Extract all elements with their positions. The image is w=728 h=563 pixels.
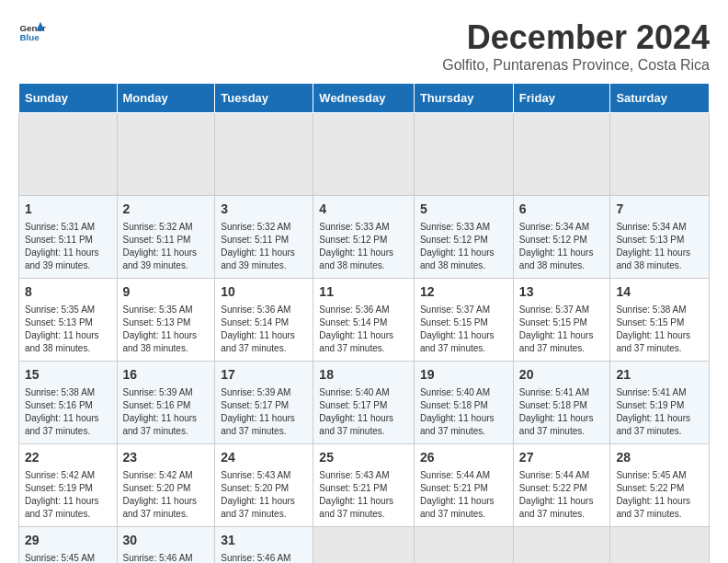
day-info: Sunrise: 5:31 AM Sunset: 5:11 PM Dayligh… xyxy=(25,221,111,272)
calendar-cell: 2Sunrise: 5:32 AM Sunset: 5:11 PM Daylig… xyxy=(117,196,215,279)
day-number: 9 xyxy=(123,283,210,302)
calendar-cell: 23Sunrise: 5:42 AM Sunset: 5:20 PM Dayli… xyxy=(117,444,215,527)
calendar-cell xyxy=(414,113,513,196)
day-info: Sunrise: 5:41 AM Sunset: 5:19 PM Dayligh… xyxy=(616,386,703,438)
calendar-cell xyxy=(19,113,118,196)
day-info: Sunrise: 5:46 AM Sunset: 5:23 PM Dayligh… xyxy=(123,552,210,563)
calendar-cell: 12Sunrise: 5:37 AM Sunset: 5:15 PM Dayli… xyxy=(414,279,513,362)
calendar-week-4: 22Sunrise: 5:42 AM Sunset: 5:19 PM Dayli… xyxy=(19,444,710,527)
day-info: Sunrise: 5:35 AM Sunset: 5:13 PM Dayligh… xyxy=(123,304,210,355)
calendar-cell: 30Sunrise: 5:46 AM Sunset: 5:23 PM Dayli… xyxy=(117,527,215,564)
day-info: Sunrise: 5:37 AM Sunset: 5:15 PM Dayligh… xyxy=(519,304,605,355)
day-number: 30 xyxy=(123,532,210,550)
calendar-cell: 14Sunrise: 5:38 AM Sunset: 5:15 PM Dayli… xyxy=(610,279,710,362)
day-number: 4 xyxy=(319,201,408,219)
col-sunday: Sunday xyxy=(19,84,118,113)
day-info: Sunrise: 5:43 AM Sunset: 5:21 PM Dayligh… xyxy=(319,469,408,521)
day-number: 22 xyxy=(25,449,111,467)
day-info: Sunrise: 5:43 AM Sunset: 5:20 PM Dayligh… xyxy=(221,469,307,521)
col-tuesday: Tuesday xyxy=(215,84,313,113)
calendar-cell: 26Sunrise: 5:44 AM Sunset: 5:21 PM Dayli… xyxy=(414,444,513,527)
day-info: Sunrise: 5:40 AM Sunset: 5:18 PM Dayligh… xyxy=(420,386,507,438)
day-number: 8 xyxy=(25,283,111,302)
day-number: 15 xyxy=(25,366,111,385)
calendar-week-1: 1Sunrise: 5:31 AM Sunset: 5:11 PM Daylig… xyxy=(19,196,710,279)
calendar-cell: 1Sunrise: 5:31 AM Sunset: 5:11 PM Daylig… xyxy=(19,196,118,279)
day-info: Sunrise: 5:39 AM Sunset: 5:16 PM Dayligh… xyxy=(123,386,210,438)
calendar-cell: 31Sunrise: 5:46 AM Sunset: 5:24 PM Dayli… xyxy=(215,527,313,564)
calendar-cell xyxy=(215,113,313,196)
calendar-cell: 19Sunrise: 5:40 AM Sunset: 5:18 PM Dayli… xyxy=(414,362,513,444)
day-number: 10 xyxy=(221,283,307,302)
calendar-cell: 27Sunrise: 5:44 AM Sunset: 5:22 PM Dayli… xyxy=(513,444,610,527)
calendar-cell: 3Sunrise: 5:32 AM Sunset: 5:11 PM Daylig… xyxy=(215,196,313,279)
day-info: Sunrise: 5:35 AM Sunset: 5:13 PM Dayligh… xyxy=(25,304,111,355)
day-info: Sunrise: 5:39 AM Sunset: 5:17 PM Dayligh… xyxy=(221,386,307,438)
day-info: Sunrise: 5:42 AM Sunset: 5:20 PM Dayligh… xyxy=(123,469,210,521)
day-number: 7 xyxy=(616,201,703,219)
svg-text:Blue: Blue xyxy=(20,32,40,42)
day-info: Sunrise: 5:45 AM Sunset: 5:22 PM Dayligh… xyxy=(616,469,703,521)
day-info: Sunrise: 5:33 AM Sunset: 5:12 PM Dayligh… xyxy=(319,221,408,272)
day-number: 14 xyxy=(616,283,703,302)
day-info: Sunrise: 5:41 AM Sunset: 5:18 PM Dayligh… xyxy=(519,386,605,438)
day-info: Sunrise: 5:36 AM Sunset: 5:14 PM Dayligh… xyxy=(221,304,307,355)
day-number: 11 xyxy=(319,283,408,302)
day-number: 29 xyxy=(25,532,111,550)
day-number: 21 xyxy=(616,366,703,385)
calendar-cell: 5Sunrise: 5:33 AM Sunset: 5:12 PM Daylig… xyxy=(414,196,513,279)
day-number: 3 xyxy=(221,201,307,219)
calendar-cell: 6Sunrise: 5:34 AM Sunset: 5:12 PM Daylig… xyxy=(513,196,610,279)
calendar-cell: 25Sunrise: 5:43 AM Sunset: 5:21 PM Dayli… xyxy=(313,444,415,527)
calendar-table: Sunday Monday Tuesday Wednesday Thursday… xyxy=(18,83,710,563)
day-info: Sunrise: 5:42 AM Sunset: 5:19 PM Dayligh… xyxy=(25,469,111,521)
day-info: Sunrise: 5:44 AM Sunset: 5:21 PM Dayligh… xyxy=(420,469,507,521)
day-info: Sunrise: 5:38 AM Sunset: 5:15 PM Dayligh… xyxy=(616,304,703,355)
day-number: 17 xyxy=(221,366,307,385)
day-number: 1 xyxy=(25,201,111,219)
location-title: Golfito, Puntarenas Province, Costa Rica xyxy=(442,57,710,74)
calendar-cell xyxy=(313,113,415,196)
calendar-cell: 10Sunrise: 5:36 AM Sunset: 5:14 PM Dayli… xyxy=(215,279,313,362)
day-number: 24 xyxy=(221,449,307,467)
day-info: Sunrise: 5:32 AM Sunset: 5:11 PM Dayligh… xyxy=(221,221,307,272)
day-number: 19 xyxy=(420,366,507,385)
calendar-cell: 16Sunrise: 5:39 AM Sunset: 5:16 PM Dayli… xyxy=(117,362,215,444)
calendar-cell: 22Sunrise: 5:42 AM Sunset: 5:19 PM Dayli… xyxy=(19,444,118,527)
calendar-week-3: 15Sunrise: 5:38 AM Sunset: 5:16 PM Dayli… xyxy=(19,362,710,444)
day-info: Sunrise: 5:40 AM Sunset: 5:17 PM Dayligh… xyxy=(319,386,408,438)
calendar-cell xyxy=(414,527,513,564)
calendar-cell: 17Sunrise: 5:39 AM Sunset: 5:17 PM Dayli… xyxy=(215,362,313,444)
col-saturday: Saturday xyxy=(610,84,710,113)
calendar-cell: 11Sunrise: 5:36 AM Sunset: 5:14 PM Dayli… xyxy=(313,279,415,362)
col-monday: Monday xyxy=(117,84,215,113)
calendar-cell: 24Sunrise: 5:43 AM Sunset: 5:20 PM Dayli… xyxy=(215,444,313,527)
calendar-cell: 20Sunrise: 5:41 AM Sunset: 5:18 PM Dayli… xyxy=(513,362,610,444)
day-info: Sunrise: 5:46 AM Sunset: 5:24 PM Dayligh… xyxy=(221,552,307,563)
calendar-cell: 15Sunrise: 5:38 AM Sunset: 5:16 PM Dayli… xyxy=(19,362,118,444)
calendar-cell xyxy=(513,527,610,564)
day-number: 20 xyxy=(519,366,605,385)
day-number: 28 xyxy=(616,449,703,467)
day-number: 25 xyxy=(319,449,408,467)
day-info: Sunrise: 5:45 AM Sunset: 5:23 PM Dayligh… xyxy=(25,552,111,563)
day-info: Sunrise: 5:34 AM Sunset: 5:12 PM Dayligh… xyxy=(519,221,605,272)
header: General Blue December 2024 Golfito, Punt… xyxy=(18,18,710,74)
day-number: 2 xyxy=(123,201,210,219)
calendar-cell xyxy=(313,527,415,564)
day-number: 16 xyxy=(123,366,210,385)
calendar-cell: 7Sunrise: 5:34 AM Sunset: 5:13 PM Daylig… xyxy=(610,196,710,279)
calendar-cell: 13Sunrise: 5:37 AM Sunset: 5:15 PM Dayli… xyxy=(513,279,610,362)
day-info: Sunrise: 5:32 AM Sunset: 5:11 PM Dayligh… xyxy=(123,221,210,272)
header-row: Sunday Monday Tuesday Wednesday Thursday… xyxy=(19,84,710,113)
day-number: 12 xyxy=(420,283,507,302)
calendar-cell xyxy=(117,113,215,196)
day-number: 26 xyxy=(420,449,507,467)
calendar-cell xyxy=(610,527,710,564)
calendar-cell: 21Sunrise: 5:41 AM Sunset: 5:19 PM Dayli… xyxy=(610,362,710,444)
month-title: December 2024 xyxy=(442,18,710,57)
day-info: Sunrise: 5:37 AM Sunset: 5:15 PM Dayligh… xyxy=(420,304,507,355)
day-info: Sunrise: 5:33 AM Sunset: 5:12 PM Dayligh… xyxy=(420,221,507,272)
col-thursday: Thursday xyxy=(414,84,513,113)
calendar-cell: 29Sunrise: 5:45 AM Sunset: 5:23 PM Dayli… xyxy=(19,527,118,564)
